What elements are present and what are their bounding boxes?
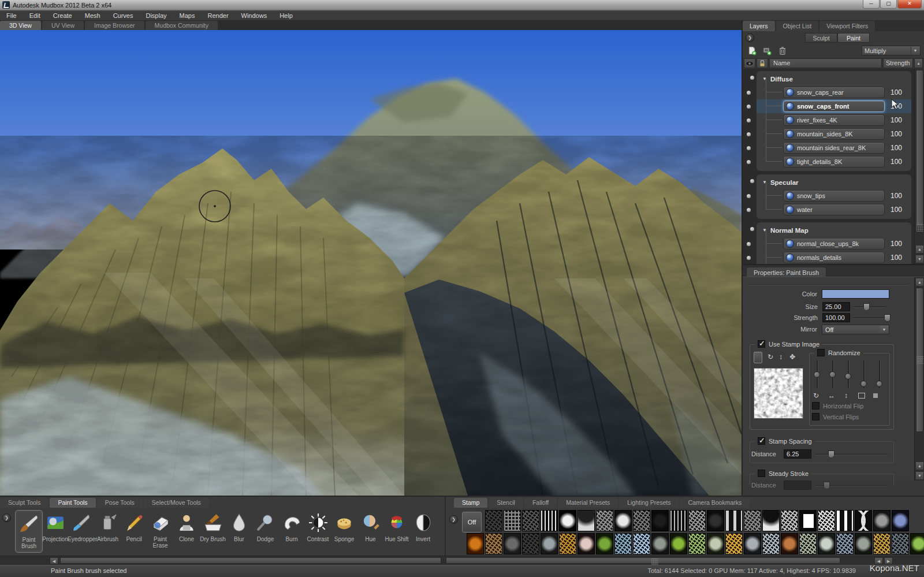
tool-projection[interactable]: Projection bbox=[42, 510, 69, 553]
stamp-tab-stamp[interactable]: Stamp bbox=[454, 498, 487, 508]
tool-burn[interactable]: Burn bbox=[278, 510, 305, 553]
layer-name-box[interactable]: snow_caps_front bbox=[783, 100, 885, 112]
layer-visibility-dot[interactable] bbox=[747, 118, 751, 122]
close-button[interactable]: ✕ bbox=[897, 0, 922, 9]
stamp-thumb-blur-gray[interactable] bbox=[504, 533, 521, 554]
stop-icon[interactable] bbox=[873, 393, 878, 398]
random-slider-2[interactable] bbox=[829, 360, 837, 388]
layer-name-box[interactable]: tight_details_8K bbox=[783, 156, 885, 167]
layer-strength[interactable]: 100 bbox=[891, 116, 910, 124]
vertical-flip-checkbox[interactable] bbox=[812, 413, 819, 420]
stamp-thumb-dotted-sphere[interactable] bbox=[762, 533, 780, 554]
stamp-slot-button[interactable] bbox=[754, 352, 762, 363]
distance-input[interactable]: 6.25 bbox=[784, 449, 811, 459]
stamp-thumb-rock-noise[interactable] bbox=[744, 510, 761, 531]
tool-blur[interactable]: Blur bbox=[225, 510, 253, 553]
layer-strength[interactable]: 100 bbox=[891, 192, 910, 200]
mirror-dropdown[interactable]: Off ▼ bbox=[822, 325, 889, 334]
stamp-thumb-green-clip[interactable] bbox=[910, 533, 924, 554]
stamp-thumb-white-square[interactable] bbox=[799, 510, 817, 531]
stamp-thumb-pale-moss[interactable] bbox=[707, 533, 724, 554]
stamp-thumb-dark-smudge[interactable] bbox=[522, 533, 539, 554]
stamp-thumb-white-splat[interactable] bbox=[559, 510, 576, 531]
stamp-thumb-brown-rock[interactable] bbox=[485, 533, 502, 554]
stamp-thumb-debris[interactable] bbox=[818, 510, 835, 531]
tool-dry-brush[interactable]: Dry Brush bbox=[199, 510, 227, 553]
group-visibility-dot[interactable] bbox=[750, 76, 754, 80]
stamp-thumb-blue-crystals[interactable] bbox=[633, 533, 650, 554]
layer-list-scrollbar[interactable]: ▲ ▼ bbox=[914, 69, 924, 264]
stamp-thumb-half-moon[interactable] bbox=[762, 510, 780, 531]
tool-contrast[interactable]: Contrast bbox=[304, 510, 332, 553]
stamp-thumb-lichen[interactable] bbox=[799, 533, 817, 554]
stamp-thumb-near-black[interactable] bbox=[651, 510, 669, 531]
lock-column-lock-icon[interactable] bbox=[757, 58, 768, 68]
import-layer-icon[interactable] bbox=[762, 46, 772, 55]
tool-eyedropper[interactable]: Eyedropper bbox=[68, 510, 95, 553]
stamp-thumb-dark-noise[interactable] bbox=[485, 510, 502, 531]
strength-slider[interactable] bbox=[854, 313, 886, 322]
new-layer-icon[interactable] bbox=[747, 46, 757, 55]
layer-name-box[interactable]: mountain sides_rear_8K bbox=[783, 142, 885, 154]
layer-strength[interactable]: 100 bbox=[891, 130, 910, 138]
stamp-thumb-lava[interactable] bbox=[467, 533, 484, 554]
tool-tab-select-move-tools[interactable]: Select/Move Tools bbox=[144, 498, 209, 508]
random-slider-3[interactable] bbox=[844, 360, 852, 388]
tray-expand-button[interactable]: ❯ bbox=[2, 513, 11, 522]
properties-scrollbar[interactable]: ▲ ▲ ▼ bbox=[914, 277, 924, 481]
layer-visibility-dot[interactable] bbox=[747, 208, 751, 212]
view-tab-0[interactable]: 3D View bbox=[0, 21, 41, 30]
horizontal-flip-checkbox[interactable] bbox=[812, 402, 819, 410]
color-swatch[interactable] bbox=[822, 289, 889, 299]
stamp-tab-lighting-presets[interactable]: Lighting Presets bbox=[619, 498, 679, 508]
panel-tab-object-list[interactable]: Object List bbox=[776, 21, 819, 31]
layer-strength[interactable]: 100 bbox=[891, 158, 910, 166]
panel-tab-layers[interactable]: Layers bbox=[743, 21, 775, 31]
scroll-up-arrow-icon[interactable]: ▲ bbox=[915, 461, 924, 470]
size-input[interactable]: 25.00 bbox=[822, 302, 850, 311]
rotate-icon[interactable]: ↻ bbox=[767, 353, 773, 361]
tool-hue-shift[interactable]: Hue Shift bbox=[383, 510, 411, 553]
stamp-thumb-scribble[interactable] bbox=[522, 510, 539, 531]
layer-visibility-dot[interactable] bbox=[747, 146, 751, 150]
stamp-thumb-cracks[interactable] bbox=[688, 510, 706, 531]
stamp-thumb-weave-grid[interactable] bbox=[504, 510, 521, 531]
strength-column-header[interactable]: Strength bbox=[883, 58, 913, 68]
stamp-thumb-soft-wedge[interactable] bbox=[578, 510, 595, 531]
layer-row[interactable]: water 100 bbox=[757, 203, 911, 217]
layer-name-box[interactable]: river_fixes_4K bbox=[783, 114, 885, 126]
use-stamp-checkbox[interactable] bbox=[758, 340, 765, 348]
layer-strength[interactable]: 100 bbox=[891, 88, 910, 96]
stamp-thumb-pale-blob[interactable] bbox=[818, 533, 835, 554]
stamp-thumb-paren-arcs[interactable] bbox=[855, 510, 872, 531]
menu-render[interactable]: Render bbox=[201, 11, 234, 21]
random-slider-4[interactable] bbox=[860, 360, 868, 388]
menu-edit[interactable]: Edit bbox=[23, 11, 47, 21]
layer-name-box[interactable]: mountain_sides_8K bbox=[783, 128, 885, 140]
stamp-thumb-gray-blob-2[interactable] bbox=[855, 533, 872, 554]
menu-create[interactable]: Create bbox=[47, 11, 79, 21]
visibility-column-eye-icon[interactable] bbox=[744, 58, 755, 68]
strength-input[interactable]: 100.00 bbox=[822, 313, 850, 322]
tool-paint-erase[interactable]: Paint Erase bbox=[147, 510, 174, 553]
stamp-thumb-white-bar[interactable] bbox=[836, 510, 854, 531]
vertical-arrows-icon[interactable]: ↕ bbox=[844, 392, 848, 400]
tool-invert[interactable]: Invert bbox=[409, 510, 437, 553]
random-slider-5[interactable] bbox=[875, 360, 884, 388]
horizontal-arrows-icon[interactable]: ↔ bbox=[828, 392, 835, 400]
tool-clone[interactable]: Clone bbox=[173, 510, 200, 553]
stamp-thumb-blue-sphere[interactable] bbox=[892, 510, 909, 531]
stamp-tray-scrollbar[interactable] bbox=[446, 557, 840, 564]
menu-mesh[interactable]: Mesh bbox=[79, 11, 107, 21]
export-icon[interactable] bbox=[858, 393, 865, 399]
view-tab-3[interactable]: Mudbox Community bbox=[146, 21, 218, 30]
flip-horizontal-icon[interactable]: ↕ bbox=[779, 353, 783, 361]
stamp-preview-image[interactable] bbox=[754, 368, 803, 419]
name-column-header[interactable]: Name bbox=[769, 58, 882, 68]
panel-expand-button[interactable]: ❯ bbox=[746, 33, 754, 42]
stamp-thumb-dark-rock[interactable] bbox=[892, 533, 909, 554]
stamp-off-button[interactable]: Off bbox=[462, 512, 482, 533]
layer-strength[interactable]: 100 bbox=[891, 144, 910, 152]
steady-distance-slider[interactable] bbox=[815, 481, 888, 490]
stamp-thumb-gray-sphere[interactable] bbox=[744, 533, 761, 554]
